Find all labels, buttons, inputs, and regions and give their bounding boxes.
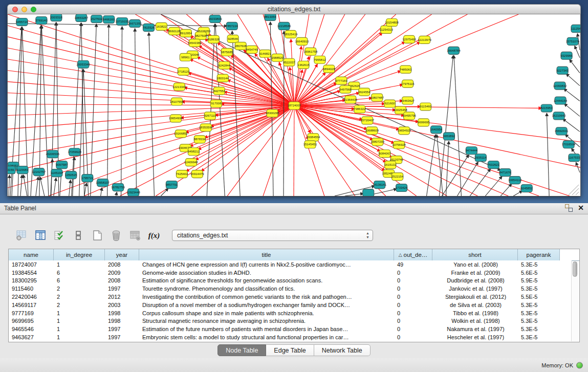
graph-node[interactable]: 12213979 xyxy=(418,36,431,43)
graph-node[interactable]: 9777169 xyxy=(335,77,347,84)
table-row[interactable]: 977716911998Corpus callosum shape and si… xyxy=(9,309,572,317)
graph-node[interactable]: 15145451 xyxy=(303,141,317,148)
column-header-out_degree[interactable]: △out_de… xyxy=(394,249,432,260)
graph-node[interactable]: 19654934 xyxy=(169,115,183,122)
graph-node[interactable]: 18724007 xyxy=(288,102,301,110)
graph-node[interactable]: 9084067 xyxy=(379,150,391,158)
graph-node[interactable]: 7425402 xyxy=(176,170,188,178)
graph-node[interactable]: 9474444 xyxy=(466,147,478,155)
graph-node[interactable]: 7857224 xyxy=(226,22,238,30)
graph-node[interactable]: 15720407 xyxy=(360,117,374,124)
tab-node-table[interactable]: Node Table xyxy=(217,344,266,356)
graph-node[interactable]: 1362615 xyxy=(297,61,310,69)
graph-node[interactable]: 17359928 xyxy=(68,148,81,156)
graph-node[interactable]: 12142757 xyxy=(32,168,46,176)
table-row[interactable]: 946362711997Embryonic stem cells: a mode… xyxy=(9,333,572,341)
graph-node[interactable]: 8813054 xyxy=(264,14,276,20)
graph-node[interactable]: 9699695 xyxy=(418,119,430,126)
table-row[interactable]: 969969511998Structural magnetic resonanc… xyxy=(9,317,572,325)
graph-node[interactable]: 917008 xyxy=(210,100,222,107)
delete-table-icon[interactable] xyxy=(110,229,122,242)
memory-status-indicator[interactable]: Memory: OK xyxy=(541,362,583,368)
graph-node[interactable]: 17016504 xyxy=(562,141,576,148)
graph-node[interactable]: 18353594 xyxy=(199,124,213,132)
graph-node[interactable]: 8471676 xyxy=(499,169,512,177)
graph-node[interactable]: 10807487 xyxy=(370,94,384,101)
graph-node[interactable]: 8215953 xyxy=(540,104,553,112)
graph-node[interactable]: 9498212 xyxy=(188,148,200,156)
graph-node[interactable]: 16543382 xyxy=(188,39,202,47)
graph-node[interactable]: 9245852 xyxy=(521,185,533,192)
graph-node[interactable]: 8522037 xyxy=(283,58,295,66)
table-settings-icon[interactable] xyxy=(15,229,28,242)
graph-node[interactable]: 6466160 xyxy=(103,15,115,23)
graph-node[interactable]: 9857791 xyxy=(166,181,178,189)
graph-node[interactable]: 98961 xyxy=(180,53,191,61)
graph-node[interactable]: 16914479 xyxy=(190,170,204,178)
graph-node[interactable]: 9115460 xyxy=(420,103,431,111)
graph-node[interactable]: 9953892 xyxy=(443,133,455,140)
graph-node[interactable]: 1350515 xyxy=(65,171,77,179)
graph-node[interactable]: 8878334 xyxy=(194,136,206,143)
graph-node[interactable]: 20053346 xyxy=(76,60,90,68)
graph-node[interactable]: 9827508 xyxy=(195,32,207,39)
graph-node[interactable]: 1115683 xyxy=(17,166,29,174)
table-row[interactable]: 946554611997Estimation of the future num… xyxy=(9,325,572,333)
graph-node[interactable]: 15751074 xyxy=(566,37,580,45)
graph-node[interactable]: 2718120 xyxy=(178,68,190,75)
scrollbar-thumb[interactable] xyxy=(573,261,577,277)
graph-node[interactable]: 3875685 xyxy=(221,48,233,56)
graph-node[interactable]: 7815526 xyxy=(143,24,155,31)
graph-node[interactable]: 10653287 xyxy=(74,14,88,21)
citation-network-graph[interactable]: 1872400722420046989612718120122133431810… xyxy=(8,14,580,196)
column-header-pagerank[interactable]: pagerank xyxy=(518,249,560,260)
graph-node[interactable]: 19463627 xyxy=(401,97,415,104)
validate-table-icon[interactable] xyxy=(53,229,66,242)
graph-node[interactable]: 9267110 xyxy=(204,112,216,120)
graph-node[interactable]: 10719155 xyxy=(115,17,129,25)
graph-node[interactable]: 16961758 xyxy=(304,48,318,55)
graph-node[interactable]: 16033809 xyxy=(208,15,222,23)
graph-node[interactable]: 6497568 xyxy=(339,85,352,93)
graph-node[interactable]: 19166852 xyxy=(174,130,188,138)
graph-node[interactable]: 163822 xyxy=(156,23,167,30)
graph-node[interactable]: 7632621 xyxy=(488,161,500,169)
tab-edge-table[interactable]: Edge Table xyxy=(266,344,314,356)
graph-node[interactable]: 2803144 xyxy=(217,74,229,82)
graph-node[interactable]: 928546 xyxy=(227,35,238,42)
graph-node[interactable]: 18325419 xyxy=(284,30,298,38)
graph-node[interactable]: 12923448 xyxy=(126,189,140,196)
graph-node[interactable]: 621600 xyxy=(384,100,396,107)
table-row[interactable]: 1830029562008Estimation of significance … xyxy=(9,277,572,285)
new-table-icon[interactable] xyxy=(91,229,103,242)
graph-node[interactable]: 18300295 xyxy=(266,110,279,117)
graph-node[interactable]: 16210643 xyxy=(552,112,566,120)
graph-node[interactable]: 10654112 xyxy=(508,177,522,184)
graph-node[interactable]: 9455724 xyxy=(16,18,28,26)
function-builder-icon[interactable]: f(x) xyxy=(148,229,160,242)
row-height-icon[interactable] xyxy=(72,229,84,242)
graph-node[interactable]: 1588520 xyxy=(271,54,284,61)
graph-node[interactable]: 8186328 xyxy=(208,35,220,43)
graph-node[interactable] xyxy=(363,189,374,196)
graph-node[interactable]: 11254319 xyxy=(380,26,394,33)
graph-node[interactable]: 9097587 xyxy=(56,161,68,169)
graph-node[interactable]: 8912954 xyxy=(180,29,192,37)
graph-node[interactable]: 1145194 xyxy=(51,169,62,177)
graph-node[interactable]: 12218586 xyxy=(277,22,291,30)
graph-node[interactable]: 1615132 xyxy=(384,161,397,169)
graph-node[interactable]: 1112543 xyxy=(571,25,580,32)
graph-node[interactable]: 2935114 xyxy=(475,154,487,162)
graph-node[interactable]: 9146821 xyxy=(259,50,271,57)
graph-node[interactable]: 19654923 xyxy=(397,127,411,135)
close-panel-icon[interactable]: ✕ xyxy=(578,204,584,212)
column-header-title[interactable]: title xyxy=(139,249,394,260)
table-row[interactable]: 2242004622012Investigating the contribut… xyxy=(9,293,572,301)
graph-node[interactable]: 16640910 xyxy=(295,37,309,45)
graph-node[interactable]: 8454749 xyxy=(246,46,258,53)
column-header-in_degree[interactable]: in_degree xyxy=(54,249,105,260)
graph-node[interactable]: 2003318 xyxy=(50,14,62,21)
network-view-canvas[interactable]: 1872400722420046989612718120122133431810… xyxy=(7,14,581,196)
graph-node[interactable]: 8660128 xyxy=(168,27,181,35)
graph-node[interactable]: 12213343 xyxy=(172,83,186,91)
